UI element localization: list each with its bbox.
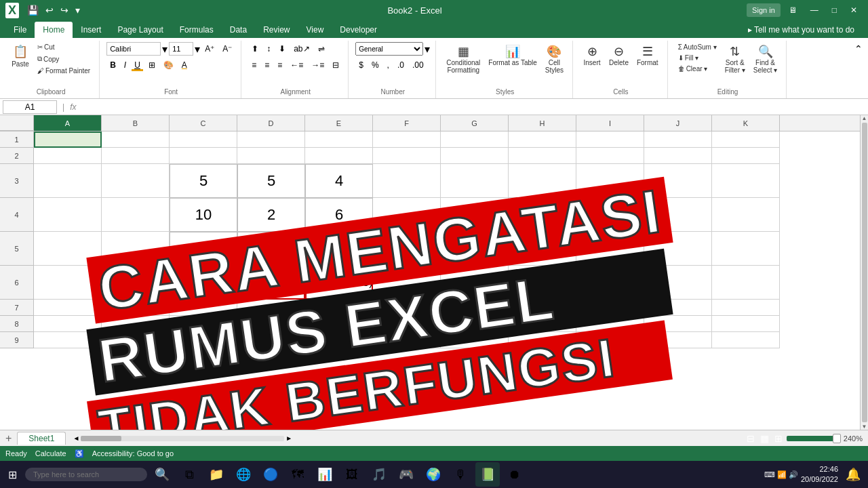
row-header-5[interactable]: 5 [0, 232, 34, 266]
tab-help[interactable]: ▸ Tell me what you want to do [740, 22, 863, 38]
font-name-input[interactable] [106, 42, 161, 56]
taskbar-gaming-icon[interactable]: 🎮 [394, 462, 418, 487]
cell-F4[interactable] [373, 198, 441, 232]
cell-I9[interactable] [576, 332, 644, 348]
col-header-C[interactable]: C [170, 115, 237, 131]
tab-developer[interactable]: Developer [332, 22, 385, 38]
h-scroll-track[interactable] [81, 436, 284, 441]
col-header-I[interactable]: I [576, 115, 644, 131]
tab-insert[interactable]: Insert [73, 22, 109, 38]
tab-formulas[interactable]: Formulas [172, 22, 222, 38]
taskbar-chrome-icon[interactable]: 🌐 [231, 462, 256, 487]
format-painter-button[interactable]: 🖌 Format Painter [34, 66, 94, 76]
currency-button[interactable]: $ [355, 58, 367, 72]
cell-B7[interactable] [102, 300, 170, 316]
cell-K9[interactable] [712, 332, 780, 348]
taskbar-edge-icon[interactable]: 🔵 [258, 462, 283, 487]
cell-H9[interactable] [509, 332, 576, 348]
cell-E2[interactable] [305, 148, 373, 164]
cell-G1[interactable] [441, 131, 509, 148]
cell-A6[interactable] [34, 266, 102, 300]
cell-K3[interactable] [712, 164, 780, 198]
cell-F8[interactable] [373, 316, 441, 332]
cell-K8[interactable] [712, 316, 780, 332]
tab-home[interactable]: Home [35, 22, 73, 38]
decrease-indent-button[interactable]: ←≡ [287, 58, 307, 72]
font-size-dropdown-icon[interactable]: ▾ [195, 43, 200, 56]
cell-J2[interactable] [644, 148, 712, 164]
taskbar-audacity-icon[interactable]: 🎙 [448, 462, 473, 487]
taskbar-search-icon[interactable]: 🔍 [150, 462, 174, 487]
copy-button[interactable]: ⧉ Copy [34, 54, 94, 64]
formula-input[interactable] [81, 102, 865, 112]
redo-button[interactable]: ↪ [58, 3, 71, 17]
cell-D7[interactable] [237, 300, 305, 316]
row-header-3[interactable]: 3 [0, 164, 34, 198]
cell-K5[interactable] [712, 232, 780, 266]
cell-B4[interactable] [102, 198, 170, 232]
decrease-font-button[interactable]: A⁻ [219, 42, 235, 56]
fill-button[interactable]: ⬇ Fill ▾ [675, 53, 720, 63]
col-header-G[interactable]: G [441, 115, 509, 131]
cell-G3[interactable] [441, 164, 509, 198]
cell-G4[interactable] [441, 198, 509, 232]
cell-J7[interactable] [644, 300, 712, 316]
cell-D4[interactable]: 2 [237, 198, 305, 232]
cell-A5[interactable] [34, 232, 102, 266]
start-button[interactable]: ⊞ [3, 466, 22, 484]
cell-K2[interactable] [712, 148, 780, 164]
border-button[interactable]: ⊞ [145, 58, 159, 72]
sort-filter-button[interactable]: ⇅ Sort &Filter ▾ [722, 42, 749, 76]
cell-E6[interactable]: =SUM(E3:E5) [305, 266, 373, 300]
cell-C3[interactable]: 5 [170, 164, 237, 198]
cell-F7[interactable] [373, 300, 441, 316]
bold-button[interactable]: B [106, 58, 119, 72]
paste-button[interactable]: 📋 Paste [8, 42, 33, 70]
h-scroll-right-button[interactable]: ► [285, 434, 292, 442]
cell-A2[interactable] [34, 148, 102, 164]
cell-H7[interactable] [509, 300, 576, 316]
decrease-decimal-button[interactable]: .0 [394, 58, 408, 72]
number-format-dropdown-icon[interactable]: ▾ [425, 43, 430, 56]
cell-G7[interactable] [441, 300, 509, 316]
cell-I4[interactable] [576, 198, 644, 232]
sheet-tab-sheet1[interactable]: Sheet1 [17, 432, 66, 445]
wrap-text-button[interactable]: ⇌ [315, 42, 328, 56]
cell-C6[interactable]: =SUM(C3:C5) [170, 266, 237, 300]
taskbar-explorer-icon[interactable]: 📁 [204, 462, 229, 487]
ribbon-collapse-button[interactable]: ⌃ [854, 43, 863, 54]
underline-button[interactable]: U [131, 58, 144, 72]
cell-A4[interactable] [34, 198, 102, 232]
tab-review[interactable]: Review [255, 22, 298, 38]
taskbar-clock[interactable]: 22:46 20/09/2022 [801, 464, 838, 485]
col-header-J[interactable]: J [644, 115, 712, 131]
cell-H5[interactable] [509, 232, 576, 266]
taskbar-photos-icon[interactable]: 🖼 [340, 462, 364, 487]
cell-K7[interactable] [712, 300, 780, 316]
cell-J8[interactable] [644, 316, 712, 332]
row-header-1[interactable]: 1 [0, 131, 34, 148]
italic-button[interactable]: I [121, 58, 130, 72]
align-left-button[interactable]: ≡ [248, 58, 260, 72]
cell-H8[interactable] [509, 316, 576, 332]
cell-C2[interactable] [170, 148, 237, 164]
cell-E7[interactable] [305, 300, 373, 316]
orientation-button[interactable]: ab↗ [290, 42, 313, 56]
row-header-6[interactable]: 6 [0, 266, 34, 300]
cell-A7[interactable] [34, 300, 102, 316]
col-header-H[interactable]: H [509, 115, 576, 131]
row-header-7[interactable]: 7 [0, 300, 34, 316]
taskbar-spotify-icon[interactable]: 🎵 [367, 462, 391, 487]
zoom-thumb[interactable] [833, 434, 841, 443]
fill-color-button[interactable]: 🎨 [160, 58, 177, 72]
format-as-table-button[interactable]: 📊 Format as Table [485, 42, 540, 68]
cell-F6[interactable] [373, 266, 441, 300]
cell-E1[interactable] [305, 131, 373, 148]
delete-button[interactable]: ⊖ Delete [606, 42, 632, 68]
cell-J4[interactable] [644, 198, 712, 232]
cell-B6[interactable]: Jumlah [102, 266, 170, 300]
tab-page-layout[interactable]: Page Layout [109, 22, 171, 38]
cell-E8[interactable] [305, 316, 373, 332]
scroll-thumb[interactable] [862, 123, 867, 422]
cell-D1[interactable] [237, 131, 305, 148]
